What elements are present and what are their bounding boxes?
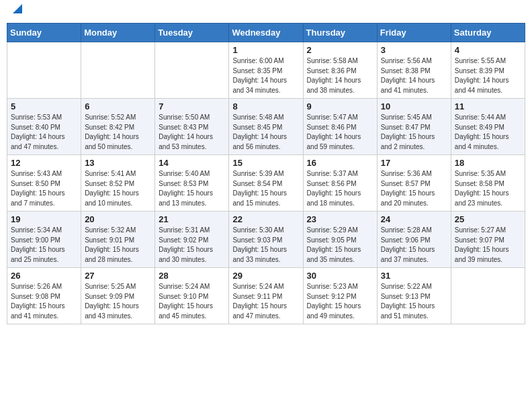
- calendar-cell: 17Sunrise: 5:36 AM Sunset: 8:57 PM Dayli…: [377, 155, 451, 212]
- day-number: 11: [455, 101, 521, 111]
- day-info: Sunrise: 5:22 AM Sunset: 9:13 PM Dayligh…: [381, 282, 447, 321]
- day-number: 12: [11, 158, 77, 168]
- day-info: Sunrise: 5:30 AM Sunset: 9:03 PM Dayligh…: [232, 226, 299, 265]
- col-saturday: Saturday: [451, 24, 525, 42]
- day-info: Sunrise: 5:55 AM Sunset: 8:39 PM Dayligh…: [455, 56, 521, 95]
- day-info: Sunrise: 5:40 AM Sunset: 8:53 PM Dayligh…: [159, 169, 225, 208]
- day-info: Sunrise: 5:58 AM Sunset: 8:36 PM Dayligh…: [307, 56, 373, 95]
- day-info: Sunrise: 5:24 AM Sunset: 9:10 PM Dayligh…: [159, 282, 225, 321]
- calendar-cell: 27Sunrise: 5:25 AM Sunset: 9:09 PM Dayli…: [81, 268, 155, 324]
- day-number: 13: [85, 158, 151, 168]
- day-number: 30: [307, 271, 373, 281]
- calendar-cell: 26Sunrise: 5:26 AM Sunset: 9:08 PM Dayli…: [7, 268, 81, 324]
- day-info: Sunrise: 5:44 AM Sunset: 8:49 PM Dayligh…: [455, 113, 521, 152]
- calendar-cell: 11Sunrise: 5:44 AM Sunset: 8:49 PM Dayli…: [451, 99, 525, 155]
- day-number: 27: [85, 271, 151, 281]
- day-number: 28: [159, 271, 225, 281]
- day-number: 19: [11, 214, 77, 224]
- calendar-body: 1Sunrise: 6:00 AM Sunset: 8:35 PM Daylig…: [7, 42, 525, 324]
- calendar-week-row: 5Sunrise: 5:53 AM Sunset: 8:40 PM Daylig…: [7, 99, 525, 155]
- calendar-cell: [7, 42, 81, 99]
- day-info: Sunrise: 5:29 AM Sunset: 9:05 PM Dayligh…: [307, 226, 373, 265]
- col-wednesday: Wednesday: [229, 24, 303, 42]
- day-number: 4: [455, 45, 521, 55]
- day-number: 29: [232, 271, 299, 281]
- day-number: 10: [381, 101, 447, 111]
- day-info: Sunrise: 6:00 AM Sunset: 8:35 PM Dayligh…: [232, 56, 299, 95]
- day-info: Sunrise: 5:50 AM Sunset: 8:43 PM Dayligh…: [159, 113, 225, 152]
- day-number: 7: [159, 101, 225, 111]
- calendar-cell: 30Sunrise: 5:23 AM Sunset: 9:12 PM Dayli…: [303, 268, 377, 324]
- calendar-cell: 8Sunrise: 5:48 AM Sunset: 8:45 PM Daylig…: [229, 99, 303, 155]
- day-info: Sunrise: 5:53 AM Sunset: 8:40 PM Dayligh…: [11, 113, 77, 152]
- calendar-cell: [81, 42, 155, 99]
- day-number: 14: [159, 158, 225, 168]
- calendar-cell: 3Sunrise: 5:56 AM Sunset: 8:38 PM Daylig…: [377, 42, 451, 99]
- day-info: Sunrise: 5:27 AM Sunset: 9:07 PM Dayligh…: [455, 226, 521, 265]
- logo: [9, 7, 24, 17]
- calendar-cell: 6Sunrise: 5:52 AM Sunset: 8:42 PM Daylig…: [81, 99, 155, 155]
- day-number: 22: [232, 214, 299, 224]
- day-info: Sunrise: 5:32 AM Sunset: 9:01 PM Dayligh…: [85, 226, 151, 265]
- day-info: Sunrise: 5:31 AM Sunset: 9:02 PM Dayligh…: [159, 226, 225, 265]
- calendar-cell: 23Sunrise: 5:29 AM Sunset: 9:05 PM Dayli…: [303, 212, 377, 268]
- day-info: Sunrise: 5:43 AM Sunset: 8:50 PM Dayligh…: [11, 169, 77, 208]
- calendar-cell: 29Sunrise: 5:24 AM Sunset: 9:11 PM Dayli…: [229, 268, 303, 324]
- calendar-cell: 24Sunrise: 5:28 AM Sunset: 9:06 PM Dayli…: [377, 212, 451, 268]
- calendar-cell: 31Sunrise: 5:22 AM Sunset: 9:13 PM Dayli…: [377, 268, 451, 324]
- day-info: Sunrise: 5:41 AM Sunset: 8:52 PM Dayligh…: [85, 169, 151, 208]
- day-info: Sunrise: 5:45 AM Sunset: 8:47 PM Dayligh…: [381, 113, 447, 152]
- calendar-cell: 12Sunrise: 5:43 AM Sunset: 8:50 PM Dayli…: [7, 155, 81, 212]
- col-monday: Monday: [81, 24, 155, 42]
- calendar-week-row: 12Sunrise: 5:43 AM Sunset: 8:50 PM Dayli…: [7, 155, 525, 212]
- calendar-cell: 16Sunrise: 5:37 AM Sunset: 8:56 PM Dayli…: [303, 155, 377, 212]
- day-number: 9: [307, 101, 373, 111]
- day-number: 24: [381, 214, 447, 224]
- calendar-cell: 28Sunrise: 5:24 AM Sunset: 9:10 PM Dayli…: [155, 268, 229, 324]
- day-info: Sunrise: 5:34 AM Sunset: 9:00 PM Dayligh…: [11, 226, 77, 265]
- calendar-header: Sunday Monday Tuesday Wednesday Thursday…: [7, 24, 525, 42]
- day-number: 31: [381, 271, 447, 281]
- calendar-week-row: 19Sunrise: 5:34 AM Sunset: 9:00 PM Dayli…: [7, 212, 525, 268]
- logo-arrow-icon: [11, 3, 24, 15]
- calendar-cell: 25Sunrise: 5:27 AM Sunset: 9:07 PM Dayli…: [451, 212, 525, 268]
- day-info: Sunrise: 5:39 AM Sunset: 8:54 PM Dayligh…: [232, 169, 299, 208]
- day-info: Sunrise: 5:35 AM Sunset: 8:58 PM Dayligh…: [455, 169, 521, 208]
- calendar-week-row: 26Sunrise: 5:26 AM Sunset: 9:08 PM Dayli…: [7, 268, 525, 324]
- day-info: Sunrise: 5:28 AM Sunset: 9:06 PM Dayligh…: [381, 226, 447, 265]
- day-number: 3: [381, 45, 447, 55]
- day-number: 16: [307, 158, 373, 168]
- day-number: 6: [85, 101, 151, 111]
- day-number: 5: [11, 101, 77, 111]
- day-number: 23: [307, 214, 373, 224]
- col-sunday: Sunday: [7, 24, 81, 42]
- calendar-cell: 14Sunrise: 5:40 AM Sunset: 8:53 PM Dayli…: [155, 155, 229, 212]
- day-info: Sunrise: 5:56 AM Sunset: 8:38 PM Dayligh…: [381, 56, 447, 95]
- calendar-cell: [155, 42, 229, 99]
- calendar-cell: 9Sunrise: 5:47 AM Sunset: 8:46 PM Daylig…: [303, 99, 377, 155]
- calendar-cell: 15Sunrise: 5:39 AM Sunset: 8:54 PM Dayli…: [229, 155, 303, 212]
- calendar-cell: 5Sunrise: 5:53 AM Sunset: 8:40 PM Daylig…: [7, 99, 81, 155]
- calendar-cell: 22Sunrise: 5:30 AM Sunset: 9:03 PM Dayli…: [229, 212, 303, 268]
- day-number: 25: [455, 214, 521, 224]
- day-number: 8: [232, 101, 299, 111]
- calendar-cell: 20Sunrise: 5:32 AM Sunset: 9:01 PM Dayli…: [81, 212, 155, 268]
- calendar-cell: 4Sunrise: 5:55 AM Sunset: 8:39 PM Daylig…: [451, 42, 525, 99]
- calendar-cell: 1Sunrise: 6:00 AM Sunset: 8:35 PM Daylig…: [229, 42, 303, 99]
- day-number: 15: [232, 158, 299, 168]
- calendar-cell: 18Sunrise: 5:35 AM Sunset: 8:58 PM Dayli…: [451, 155, 525, 212]
- page-header: [7, 7, 525, 17]
- day-info: Sunrise: 5:52 AM Sunset: 8:42 PM Dayligh…: [85, 113, 151, 152]
- calendar-week-row: 1Sunrise: 6:00 AM Sunset: 8:35 PM Daylig…: [7, 42, 525, 99]
- svg-marker-0: [13, 4, 22, 13]
- col-friday: Friday: [377, 24, 451, 42]
- calendar-cell: 21Sunrise: 5:31 AM Sunset: 9:02 PM Dayli…: [155, 212, 229, 268]
- calendar-cell: 10Sunrise: 5:45 AM Sunset: 8:47 PM Dayli…: [377, 99, 451, 155]
- col-thursday: Thursday: [303, 24, 377, 42]
- day-info: Sunrise: 5:36 AM Sunset: 8:57 PM Dayligh…: [381, 169, 447, 208]
- calendar-cell: 2Sunrise: 5:58 AM Sunset: 8:36 PM Daylig…: [303, 42, 377, 99]
- col-tuesday: Tuesday: [155, 24, 229, 42]
- day-number: 17: [381, 158, 447, 168]
- calendar-cell: [451, 268, 525, 324]
- day-info: Sunrise: 5:47 AM Sunset: 8:46 PM Dayligh…: [307, 113, 373, 152]
